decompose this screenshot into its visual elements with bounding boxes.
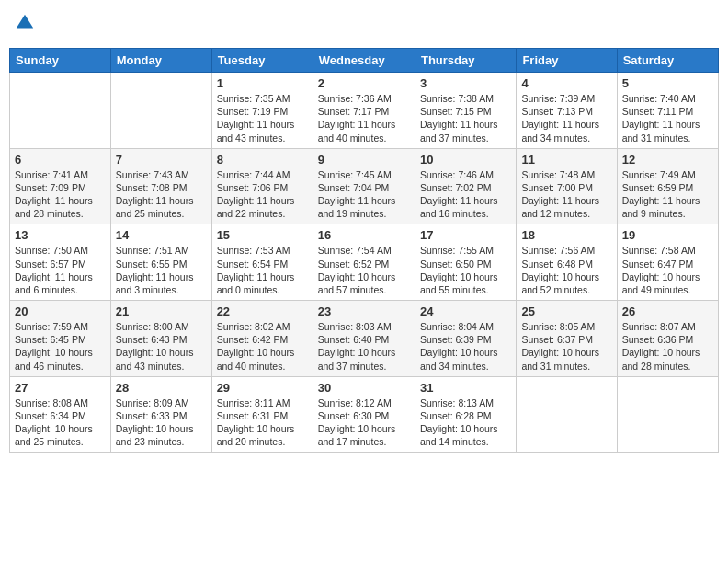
weekday-header-thursday: Thursday — [415, 49, 516, 73]
weekday-header-sunday: Sunday — [10, 49, 111, 73]
day-info: Sunrise: 7:55 AMSunset: 6:50 PMDaylight:… — [420, 244, 511, 296]
day-info: Sunrise: 7:59 AMSunset: 6:45 PMDaylight:… — [15, 320, 106, 373]
calendar-cell — [110, 73, 211, 149]
calendar-cell: 6Sunrise: 7:41 AMSunset: 7:09 PMDaylight… — [10, 148, 111, 224]
calendar-cell: 31Sunrise: 8:13 AMSunset: 6:28 PMDayligh… — [415, 376, 516, 453]
calendar-cell: 26Sunrise: 8:07 AMSunset: 6:36 PMDayligh… — [617, 301, 718, 377]
day-number: 3 — [420, 76, 511, 90]
day-number: 20 — [15, 304, 106, 318]
day-info: Sunrise: 7:35 AMSunset: 7:19 PMDaylight:… — [217, 92, 308, 144]
calendar-cell: 18Sunrise: 7:56 AMSunset: 6:48 PMDayligh… — [517, 224, 617, 301]
day-number: 1 — [217, 76, 308, 90]
day-info: Sunrise: 7:58 AMSunset: 6:47 PMDaylight:… — [622, 244, 713, 296]
calendar-cell: 8Sunrise: 7:44 AMSunset: 7:06 PMDaylight… — [211, 148, 313, 224]
day-number: 31 — [420, 381, 511, 395]
weekday-header-row: SundayMondayTuesdayWednesdayThursdayFrid… — [10, 49, 719, 73]
calendar-cell: 15Sunrise: 7:53 AMSunset: 6:54 PMDayligh… — [211, 224, 313, 301]
day-number: 14 — [116, 228, 207, 242]
day-number: 4 — [521, 76, 611, 90]
day-info: Sunrise: 7:36 AMSunset: 7:17 PMDaylight:… — [318, 92, 410, 144]
day-info: Sunrise: 8:05 AMSunset: 6:37 PMDaylight:… — [521, 320, 611, 373]
day-number: 19 — [622, 228, 713, 242]
day-number: 15 — [217, 228, 308, 242]
day-number: 18 — [521, 228, 611, 242]
calendar-cell: 16Sunrise: 7:54 AMSunset: 6:52 PMDayligh… — [313, 224, 415, 301]
calendar-cell: 12Sunrise: 7:49 AMSunset: 6:59 PMDayligh… — [617, 148, 718, 224]
day-number: 9 — [318, 153, 410, 167]
calendar-cell: 24Sunrise: 8:04 AMSunset: 6:39 PMDayligh… — [415, 301, 516, 377]
day-number: 2 — [318, 76, 410, 90]
weekday-header-friday: Friday — [517, 49, 617, 73]
day-number: 24 — [420, 304, 511, 318]
day-number: 23 — [318, 304, 410, 318]
day-info: Sunrise: 7:56 AMSunset: 6:48 PMDaylight:… — [521, 244, 611, 296]
calendar-cell: 4Sunrise: 7:39 AMSunset: 7:13 PMDaylight… — [517, 73, 617, 149]
weekday-header-saturday: Saturday — [617, 49, 718, 73]
day-info: Sunrise: 8:12 AMSunset: 6:30 PMDaylight:… — [318, 396, 410, 449]
day-number: 27 — [15, 381, 106, 395]
calendar-cell: 5Sunrise: 7:40 AMSunset: 7:11 PMDaylight… — [617, 73, 718, 149]
calendar-cell: 14Sunrise: 7:51 AMSunset: 6:55 PMDayligh… — [110, 224, 211, 301]
day-number: 22 — [217, 304, 308, 318]
day-info: Sunrise: 8:03 AMSunset: 6:40 PMDaylight:… — [318, 320, 410, 373]
calendar-cell: 10Sunrise: 7:46 AMSunset: 7:02 PMDayligh… — [415, 148, 516, 224]
calendar-cell: 13Sunrise: 7:50 AMSunset: 6:57 PMDayligh… — [10, 224, 111, 301]
day-number: 28 — [116, 381, 207, 395]
calendar-week-row: 13Sunrise: 7:50 AMSunset: 6:57 PMDayligh… — [10, 224, 719, 301]
day-number: 5 — [622, 76, 713, 90]
day-number: 26 — [622, 304, 713, 318]
calendar-cell — [10, 73, 111, 149]
day-number: 13 — [15, 228, 106, 242]
day-number: 6 — [15, 153, 106, 167]
calendar-week-row: 27Sunrise: 8:08 AMSunset: 6:34 PMDayligh… — [10, 376, 719, 453]
calendar-week-row: 20Sunrise: 7:59 AMSunset: 6:45 PMDayligh… — [10, 301, 719, 377]
day-number: 11 — [521, 153, 611, 167]
calendar-cell: 23Sunrise: 8:03 AMSunset: 6:40 PMDayligh… — [313, 301, 415, 377]
calendar-cell: 27Sunrise: 8:08 AMSunset: 6:34 PMDayligh… — [10, 376, 111, 453]
calendar-cell: 2Sunrise: 7:36 AMSunset: 7:17 PMDaylight… — [313, 73, 415, 149]
calendar-cell: 22Sunrise: 8:02 AMSunset: 6:42 PMDayligh… — [211, 301, 313, 377]
day-number: 8 — [217, 153, 308, 167]
page-header — [9, 9, 719, 40]
day-info: Sunrise: 8:07 AMSunset: 6:36 PMDaylight:… — [622, 320, 713, 373]
calendar-cell — [617, 376, 718, 453]
logo-icon — [15, 13, 35, 33]
calendar-cell: 1Sunrise: 7:35 AMSunset: 7:19 PMDaylight… — [211, 73, 313, 149]
day-info: Sunrise: 8:13 AMSunset: 6:28 PMDaylight:… — [420, 396, 511, 449]
day-info: Sunrise: 7:53 AMSunset: 6:54 PMDaylight:… — [217, 244, 308, 296]
calendar-cell: 28Sunrise: 8:09 AMSunset: 6:33 PMDayligh… — [110, 376, 211, 453]
day-number: 7 — [116, 153, 207, 167]
day-number: 29 — [217, 381, 308, 395]
day-info: Sunrise: 7:45 AMSunset: 7:04 PMDaylight:… — [318, 168, 410, 221]
calendar-cell: 17Sunrise: 7:55 AMSunset: 6:50 PMDayligh… — [415, 224, 516, 301]
day-info: Sunrise: 7:43 AMSunset: 7:08 PMDaylight:… — [116, 168, 207, 221]
calendar-cell: 29Sunrise: 8:11 AMSunset: 6:31 PMDayligh… — [211, 376, 313, 453]
day-number: 16 — [318, 228, 410, 242]
calendar-cell — [517, 376, 617, 453]
day-number: 25 — [521, 304, 611, 318]
calendar-cell: 7Sunrise: 7:43 AMSunset: 7:08 PMDaylight… — [110, 148, 211, 224]
day-info: Sunrise: 7:39 AMSunset: 7:13 PMDaylight:… — [521, 92, 611, 144]
calendar-cell: 25Sunrise: 8:05 AMSunset: 6:37 PMDayligh… — [517, 301, 617, 377]
day-info: Sunrise: 7:48 AMSunset: 7:00 PMDaylight:… — [521, 168, 611, 221]
calendar-week-row: 1Sunrise: 7:35 AMSunset: 7:19 PMDaylight… — [10, 73, 719, 149]
calendar-cell: 21Sunrise: 8:00 AMSunset: 6:43 PMDayligh… — [110, 301, 211, 377]
day-info: Sunrise: 7:50 AMSunset: 6:57 PMDaylight:… — [15, 244, 106, 296]
day-info: Sunrise: 7:44 AMSunset: 7:06 PMDaylight:… — [217, 168, 308, 221]
day-info: Sunrise: 8:11 AMSunset: 6:31 PMDaylight:… — [217, 396, 308, 449]
weekday-header-monday: Monday — [110, 49, 211, 73]
day-info: Sunrise: 8:09 AMSunset: 6:33 PMDaylight:… — [116, 396, 207, 449]
day-number: 30 — [318, 381, 410, 395]
weekday-header-tuesday: Tuesday — [211, 49, 313, 73]
day-info: Sunrise: 7:49 AMSunset: 6:59 PMDaylight:… — [622, 168, 713, 221]
day-number: 17 — [420, 228, 511, 242]
calendar-cell: 20Sunrise: 7:59 AMSunset: 6:45 PMDayligh… — [10, 301, 111, 377]
day-info: Sunrise: 7:38 AMSunset: 7:15 PMDaylight:… — [420, 92, 511, 144]
day-info: Sunrise: 8:04 AMSunset: 6:39 PMDaylight:… — [420, 320, 511, 373]
day-info: Sunrise: 7:51 AMSunset: 6:55 PMDaylight:… — [116, 244, 207, 296]
calendar-cell: 9Sunrise: 7:45 AMSunset: 7:04 PMDaylight… — [313, 148, 415, 224]
day-info: Sunrise: 7:40 AMSunset: 7:11 PMDaylight:… — [622, 92, 713, 144]
day-info: Sunrise: 7:54 AMSunset: 6:52 PMDaylight:… — [318, 244, 410, 296]
calendar-cell: 30Sunrise: 8:12 AMSunset: 6:30 PMDayligh… — [313, 376, 415, 453]
day-info: Sunrise: 8:08 AMSunset: 6:34 PMDaylight:… — [15, 396, 106, 449]
